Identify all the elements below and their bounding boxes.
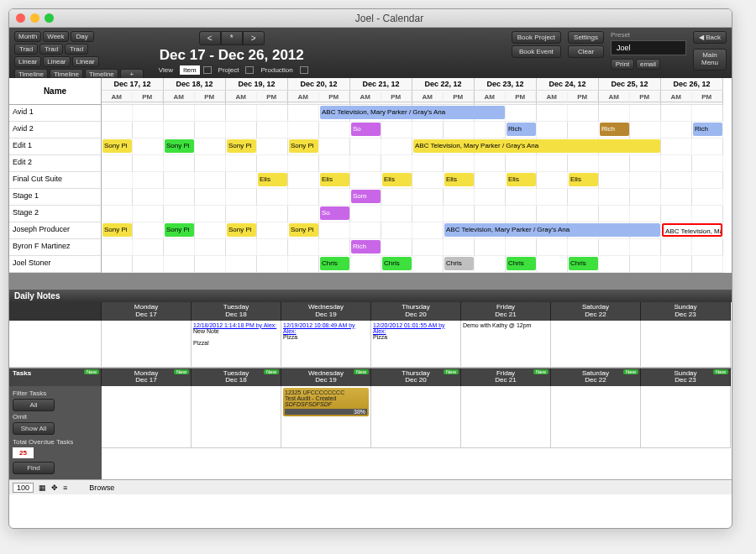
calendar-event[interactable]: ABC Television, Mary Parker / Gray's Ana [444, 223, 660, 237]
move-icon[interactable]: ✥ [51, 483, 58, 492]
calendar-cell[interactable] [506, 206, 537, 222]
calendar-cell[interactable] [412, 155, 444, 172]
project-filter[interactable]: Project [215, 65, 243, 75]
calendar-cell[interactable] [537, 105, 568, 122]
calendar-cell[interactable] [412, 239, 444, 256]
calendar-event[interactable]: Elis [444, 173, 474, 186]
resource-row-label[interactable]: Edit 1 [9, 138, 102, 155]
calendar-cell[interactable] [102, 206, 133, 222]
calendar-cell[interactable] [195, 239, 226, 256]
calendar-cell[interactable] [475, 122, 506, 138]
calendar-cell[interactable] [288, 239, 319, 256]
main-menu-button[interactable]: Main Menu [693, 49, 727, 71]
calendar-cell[interactable] [257, 239, 288, 256]
calendar-cell[interactable] [630, 256, 661, 273]
today-button[interactable]: * [221, 31, 243, 45]
calendar-cell[interactable] [133, 122, 164, 138]
calendar-cell[interactable] [195, 256, 226, 273]
notes-cell[interactable]: 12/19/2012 10:08:49 AM by Alex:Pizza [281, 321, 371, 368]
calendar-cell[interactable] [195, 222, 226, 239]
calendar-cell[interactable] [444, 155, 475, 172]
calendar-cell[interactable] [288, 122, 319, 138]
calendar-cell[interactable] [568, 155, 599, 172]
calendar-event[interactable]: Sony Pi [227, 223, 256, 237]
calendar-event[interactable]: Rich [693, 123, 722, 136]
calendar-cell[interactable] [506, 155, 537, 172]
calendar-cell[interactable] [381, 155, 412, 172]
calendar-event[interactable]: Sony Pi [165, 223, 194, 237]
calendar-cell[interactable] [599, 155, 630, 172]
task-cell[interactable]: 12325 UFCCCCCCCCTest Audit - CreatedSDFD… [281, 386, 371, 448]
calendar-cell[interactable] [661, 239, 692, 256]
calendar-cell[interactable] [381, 206, 412, 222]
calendar-cell[interactable] [444, 206, 475, 222]
calendar-cell[interactable] [319, 138, 350, 155]
calendar-cell[interactable] [133, 206, 164, 222]
calendar-cell[interactable] [164, 189, 195, 206]
calendar-cell[interactable] [568, 189, 599, 206]
calendar-cell[interactable] [506, 105, 537, 122]
calendar-event[interactable]: Elis [507, 173, 536, 186]
calendar-cell[interactable] [226, 122, 257, 138]
note-link[interactable]: 12/20/2012 01:01:55 AM by Alex: [373, 322, 445, 334]
calendar-cell[interactable] [537, 122, 568, 138]
calendar-cell[interactable] [475, 172, 506, 189]
calendar-event[interactable]: Rich [600, 123, 629, 136]
calendar-cell[interactable] [475, 189, 506, 206]
prev-button[interactable]: < [199, 31, 221, 45]
task-cell[interactable] [192, 386, 281, 448]
project-checkbox[interactable] [245, 66, 254, 74]
production-filter[interactable]: Production [257, 65, 296, 75]
note-link[interactable]: 12/19/2012 10:08:49 AM by Alex: [283, 322, 355, 334]
calendar-event[interactable]: Chris [382, 257, 412, 270]
calendar-cell[interactable] [164, 206, 195, 222]
task-cell[interactable] [102, 386, 192, 448]
back-button[interactable]: ◀ Back [693, 31, 727, 44]
day-button[interactable]: Day [71, 31, 94, 42]
print-button[interactable]: Print [611, 59, 634, 70]
calendar-cell[interactable] [164, 256, 195, 273]
calendar-cell[interactable] [226, 189, 257, 206]
calendar-cell[interactable] [102, 172, 133, 189]
calendar-cell[interactable] [133, 172, 164, 189]
calendar-cell[interactable] [226, 105, 257, 122]
next-button[interactable]: > [243, 31, 265, 45]
production-checkbox[interactable] [300, 66, 308, 74]
calendar-cell[interactable] [133, 138, 164, 155]
calendar-cell[interactable] [661, 189, 692, 206]
linear-button[interactable]: Linear [43, 56, 70, 67]
calendar-event[interactable]: Rich [351, 240, 381, 253]
resource-row-label[interactable]: Byron F Martinez [9, 239, 102, 256]
resource-row-label[interactable]: Joseph Producer [9, 222, 102, 239]
calendar-cell[interactable] [133, 256, 164, 273]
calendar-event[interactable]: ABC Television, Mar [662, 223, 722, 237]
month-button[interactable]: Month [14, 31, 41, 42]
calendar-cell[interactable] [195, 105, 226, 122]
task-cell[interactable] [461, 386, 551, 448]
calendar-cell[interactable] [412, 222, 444, 239]
new-task-button[interactable]: New [84, 369, 99, 375]
calendar-event[interactable]: Elis [569, 173, 598, 186]
trad-button[interactable]: Trad [65, 44, 88, 55]
calendar-cell[interactable] [195, 138, 226, 155]
calendar-cell[interactable] [381, 222, 412, 239]
calendar-cell[interactable] [599, 206, 630, 222]
new-task-button[interactable]: New [174, 369, 189, 375]
find-button[interactable]: Find [13, 462, 55, 474]
calendar-cell[interactable] [226, 155, 257, 172]
calendar-cell[interactable] [319, 155, 350, 172]
calendar-event[interactable]: So [351, 123, 381, 136]
resource-row-label[interactable]: Final Cut Suite [9, 172, 102, 189]
calendar-cell[interactable] [288, 206, 319, 222]
calendar-event[interactable]: ABC Television, Mary Parker / Gray's Ana [413, 139, 660, 153]
calendar-event[interactable]: Elis [258, 173, 287, 186]
calendar-cell[interactable] [475, 239, 506, 256]
calendar-cell[interactable] [319, 222, 350, 239]
trad-button[interactable]: Trad [39, 44, 63, 55]
calendar-cell[interactable] [319, 122, 350, 138]
grid-icon[interactable]: ▦ [39, 483, 46, 492]
calendar-cell[interactable] [537, 256, 568, 273]
new-task-button[interactable]: New [444, 369, 459, 375]
calendar-cell[interactable] [164, 155, 195, 172]
calendar-cell[interactable] [195, 189, 226, 206]
